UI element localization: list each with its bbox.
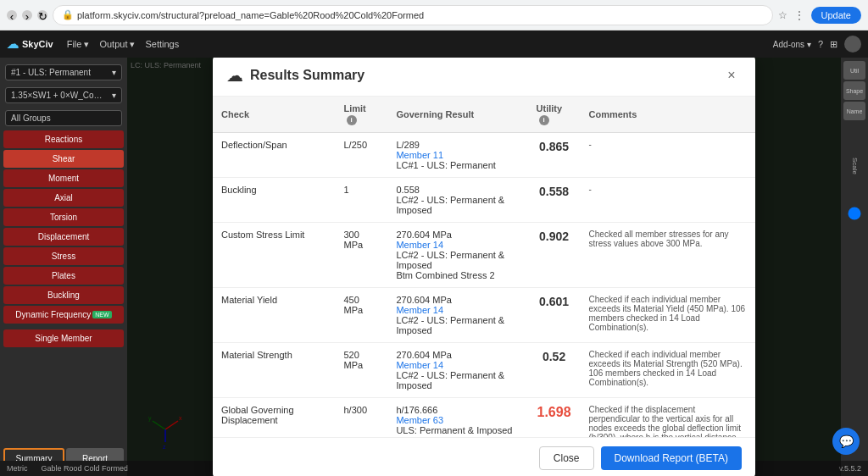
- modal-overlay: ☁ Results Summary × Check: [127, 58, 841, 476]
- col-comments: Comments: [581, 97, 755, 133]
- update-button[interactable]: Update: [811, 7, 861, 24]
- chat-bubble[interactable]: 💬: [832, 428, 860, 455]
- table-row: Deflection/SpanL/250L/289Member 11LC#1 -…: [213, 133, 755, 178]
- table-row: Buckling10.558LC#2 - ULS: Permanent & Im…: [213, 178, 755, 223]
- sidebar-item-moment[interactable]: Moment: [3, 169, 124, 187]
- results-modal: ☁ Results Summary × Check: [213, 58, 755, 476]
- utility-cell-1: 0.558: [528, 178, 581, 223]
- modal-title: Results Summary: [250, 68, 364, 83]
- combo-arrow: ▾: [112, 91, 116, 100]
- governing-cell-2: 270.604 MPaMember 14LC#2 - ULS: Permanen…: [387, 223, 527, 288]
- sidebar-item-dynamic-frequency[interactable]: Dynamic Frequency NEW: [3, 306, 124, 324]
- check-cell-2: Custom Stress Limit: [213, 223, 336, 288]
- sidebar-item-displacement[interactable]: Displacement: [3, 228, 124, 246]
- table-row: Custom Stress Limit300 MPa270.604 MPaMem…: [213, 223, 755, 288]
- logo-icon: ☁: [7, 37, 19, 51]
- table-row: Material Yield450 MPa270.604 MPaMember 1…: [213, 288, 755, 343]
- lock-icon: 🔒: [62, 9, 74, 20]
- right-panel: Util Shape Name Scale: [841, 58, 868, 476]
- scale-label: Scale: [851, 158, 859, 174]
- top-toolbar: ☁ SkyCiv File ▾ Output ▾ Settings Add-on…: [0, 30, 868, 58]
- load-case-label: #1 - ULS: Permanent: [11, 68, 91, 77]
- project-label: Gable Rood Cold Formed: [42, 464, 129, 473]
- load-case-dropdown[interactable]: #1 - ULS: Permanent ▾: [5, 64, 122, 80]
- sidebar-item-torsion[interactable]: Torsion: [3, 208, 124, 226]
- sidebar-item-plates[interactable]: Plates: [3, 267, 124, 285]
- governing-cell-0: L/289Member 11LC#1 - ULS: Permanent: [387, 133, 527, 178]
- file-menu[interactable]: File ▾: [67, 39, 90, 50]
- toolbar-menu: File ▾ Output ▾ Settings: [67, 39, 180, 50]
- check-cell-3: Material Yield: [213, 288, 336, 343]
- table-header-row: Check Limit i Governing Result: [213, 97, 755, 133]
- browser-actions: ☆ ⋮ Update: [778, 7, 861, 24]
- logo-text: SkyCiv: [22, 39, 53, 49]
- download-report-button[interactable]: Download Report (BETA): [601, 446, 743, 470]
- check-cell-1: Buckling: [213, 178, 336, 223]
- utility-info-icon[interactable]: i: [539, 115, 549, 125]
- comments-cell-5: Checked if the displacement perpendicula…: [581, 398, 755, 438]
- sidebar-item-buckling[interactable]: Buckling: [3, 286, 124, 304]
- output-menu-label: Output: [99, 39, 127, 49]
- limit-cell-2: 300 MPa: [336, 223, 388, 288]
- combo-dropdown[interactable]: 1.35×SW1 + 0×W_Cond6_Comb2_Cp... ▾: [5, 87, 122, 103]
- table-row: Global Governing Displacementh/300h/176.…: [213, 398, 755, 438]
- utility-cell-2: 0.902: [528, 223, 581, 288]
- addons-menu[interactable]: Add-ons ▾: [773, 40, 811, 49]
- single-member-button[interactable]: Single Member: [3, 329, 124, 347]
- limit-cell-1: 1: [336, 178, 388, 223]
- table-row: Material Strength520 MPa270.604 MPaMembe…: [213, 343, 755, 398]
- col-limit: Limit i: [336, 97, 388, 133]
- main-layout: #1 - ULS: Permanent ▾ 1.35×SW1 + 0×W_Con…: [0, 58, 868, 476]
- utility-cell-4: 0.52: [528, 343, 581, 398]
- sidebar-item-stress[interactable]: Stress: [3, 247, 124, 265]
- forward-button[interactable]: ›: [22, 10, 32, 20]
- col-utility: Utility i: [528, 97, 581, 133]
- limit-info-icon[interactable]: i: [347, 115, 357, 125]
- close-button[interactable]: Close: [539, 446, 594, 470]
- sidebar-item-axial[interactable]: Axial: [3, 189, 124, 207]
- utility-cell-0: 0.865: [528, 133, 581, 178]
- sidebar-item-shear[interactable]: Shear: [3, 150, 124, 168]
- menu-icon[interactable]: ⋮: [794, 9, 804, 21]
- grid-icon[interactable]: ⊞: [830, 39, 837, 50]
- sidebar-item-reactions[interactable]: Reactions: [3, 130, 124, 148]
- url-bar[interactable]: 🔒 platform.skyciv.com/structural?preload…: [53, 5, 773, 25]
- settings-menu[interactable]: Settings: [145, 39, 179, 50]
- scale-slider[interactable]: [851, 180, 858, 247]
- comments-cell-3: Checked if each individual member exceed…: [581, 288, 755, 343]
- modal-close-button[interactable]: ×: [721, 65, 742, 86]
- check-cell-5: Global Governing Displacement: [213, 398, 336, 438]
- util-button[interactable]: Util: [843, 61, 865, 80]
- governing-cell-3: 270.604 MPaMember 14LC#2 - ULS: Permanen…: [387, 288, 527, 343]
- reload-button[interactable]: ↻: [37, 10, 47, 20]
- help-icon[interactable]: ?: [818, 39, 823, 49]
- check-cell-0: Deflection/Span: [213, 133, 336, 178]
- metric-label: Metric: [7, 464, 28, 473]
- check-cell-4: Material Strength: [213, 343, 336, 398]
- back-button[interactable]: ‹: [7, 10, 17, 20]
- dropdown-arrow: ▾: [112, 68, 116, 77]
- browser-bar: ‹ › ↻ 🔒 platform.skyciv.com/structural?p…: [0, 0, 868, 30]
- group-label: All Groups: [11, 113, 51, 123]
- new-badge: NEW: [92, 311, 111, 318]
- bookmark-icon[interactable]: ☆: [778, 9, 787, 21]
- combo-label: 1.35×SW1 + 0×W_Cond6_Comb2_Cp...: [11, 91, 104, 100]
- group-dropdown[interactable]: All Groups: [5, 110, 122, 126]
- toolbar-right: Add-ons ▾ ? ⊞: [773, 36, 861, 53]
- sidebar: #1 - ULS: Permanent ▾ 1.35×SW1 + 0×W_Con…: [0, 58, 127, 476]
- modal-footer: Close Download Report (BETA): [213, 437, 755, 476]
- output-menu[interactable]: Output ▾: [99, 39, 135, 50]
- name-button[interactable]: Name: [843, 102, 865, 120]
- file-menu-label: File: [67, 39, 82, 49]
- modal-header: ☁ Results Summary ×: [213, 58, 755, 97]
- modal-icon: ☁: [226, 65, 243, 86]
- version-label: v.5.5.2: [839, 464, 861, 473]
- col-check: Check: [213, 97, 336, 133]
- viewport: LC: ULS: Permanent x y z SkyCivCLOUD STR…: [127, 58, 841, 476]
- user-avatar[interactable]: [844, 36, 861, 53]
- shape-button[interactable]: Shape: [843, 81, 865, 100]
- comments-cell-2: Checked all member stresses for any stre…: [581, 223, 755, 288]
- logo-area: ☁ SkyCiv: [7, 37, 53, 51]
- limit-cell-3: 450 MPa: [336, 288, 388, 343]
- limit-cell-5: h/300: [336, 398, 388, 438]
